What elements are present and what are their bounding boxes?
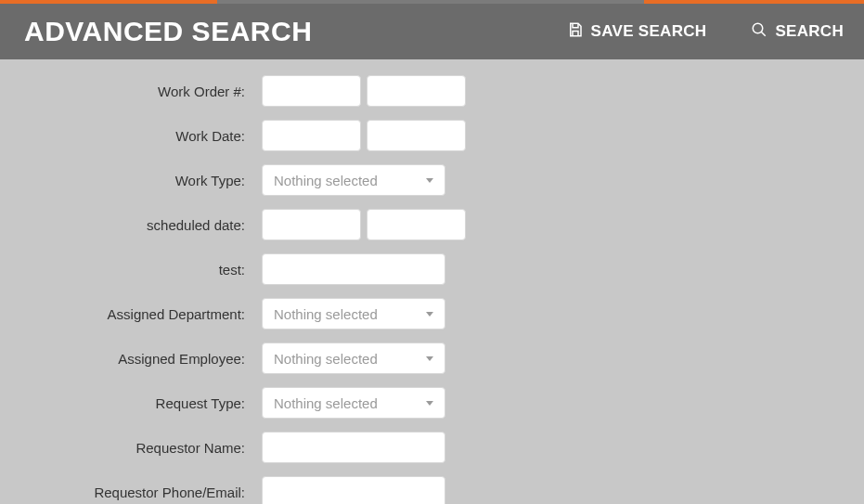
row-request-type: Request Type: Nothing selected — [0, 381, 864, 425]
row-work-order-num: Work Order #: — [0, 69, 864, 113]
page-title: ADVANCED SEARCH — [24, 16, 567, 47]
assigned-employee-placeholder: Nothing selected — [274, 351, 378, 367]
requestor-phone-email-input[interactable] — [262, 476, 445, 504]
row-scheduled-date: scheduled date: — [0, 202, 864, 247]
svg-line-1 — [762, 32, 767, 36]
caret-down-icon — [426, 356, 433, 361]
request-type-select[interactable]: Nothing selected — [262, 387, 445, 419]
search-button[interactable]: SEARCH — [751, 21, 844, 43]
label-work-date: Work Date: — [0, 128, 262, 144]
assigned-department-select[interactable]: Nothing selected — [262, 298, 445, 330]
work-type-placeholder: Nothing selected — [274, 173, 378, 188]
label-work-type: Work Type: — [0, 173, 262, 188]
save-search-label: SAVE SEARCH — [591, 22, 707, 41]
work-type-select[interactable]: Nothing selected — [262, 164, 445, 196]
work-order-num-from-input[interactable] — [262, 75, 361, 107]
save-icon — [567, 21, 584, 43]
label-scheduled-date: scheduled date: — [0, 217, 262, 233]
row-requestor-phone-email: Requestor Phone/Email: — [0, 470, 864, 504]
top-accent-bar — [0, 0, 864, 4]
caret-down-icon — [426, 312, 433, 317]
work-order-num-to-input[interactable] — [367, 75, 466, 107]
label-assigned-employee: Assigned Employee: — [0, 351, 262, 367]
request-type-placeholder: Nothing selected — [274, 395, 378, 411]
row-assigned-employee: Assigned Employee: Nothing selected — [0, 336, 864, 381]
assigned-department-placeholder: Nothing selected — [274, 306, 378, 322]
search-icon — [751, 21, 767, 43]
requestor-name-input[interactable] — [262, 432, 445, 463]
label-test: test: — [0, 262, 262, 278]
label-requestor-phone-email: Requestor Phone/Email: — [0, 485, 262, 500]
test-input[interactable] — [262, 253, 445, 285]
label-request-type: Request Type: — [0, 395, 262, 411]
caret-down-icon — [426, 178, 433, 183]
caret-down-icon — [426, 401, 433, 406]
search-form: Work Order #: Work Date: Work Type: Noth… — [0, 59, 864, 504]
row-test: test: — [0, 247, 864, 291]
row-assigned-department: Assigned Department: Nothing selected — [0, 291, 864, 336]
scheduled-date-to-input[interactable] — [367, 209, 466, 240]
row-work-date: Work Date: — [0, 113, 864, 158]
page-header: ADVANCED SEARCH SAVE SEARCH SEARCH — [0, 4, 864, 59]
assigned-employee-select[interactable]: Nothing selected — [262, 342, 445, 374]
save-search-button[interactable]: SAVE SEARCH — [567, 21, 707, 43]
label-requestor-name: Requestor Name: — [0, 440, 262, 456]
label-work-order-num: Work Order #: — [0, 84, 262, 99]
search-label: SEARCH — [775, 22, 844, 41]
scheduled-date-from-input[interactable] — [262, 209, 361, 240]
label-assigned-department: Assigned Department: — [0, 306, 262, 322]
work-date-from-input[interactable] — [262, 120, 361, 151]
row-work-type: Work Type: Nothing selected — [0, 158, 864, 202]
work-date-to-input[interactable] — [367, 120, 466, 151]
row-requestor-name: Requestor Name: — [0, 425, 864, 470]
svg-point-0 — [754, 23, 764, 33]
